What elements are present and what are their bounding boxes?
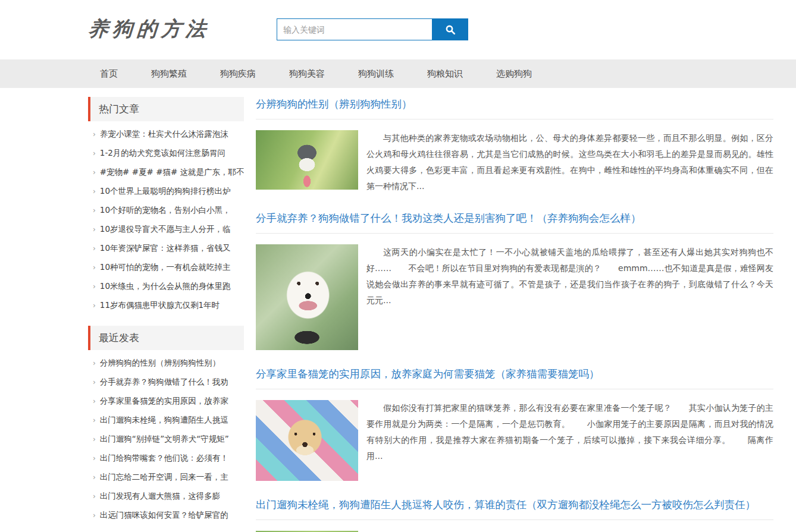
article-excerpt: 这两天的小编实在是太忙了！一不小心就被铺天盖地的瓜给喂撑了，甚至还有人爆出她其实… — [366, 244, 773, 350]
article-entry: 分享家里备猫笼的实用原因，放养家庭为何需要猫笼（家养猫需要猫笼吗） 假如你没有打… — [256, 367, 773, 481]
nav-item[interactable]: 狗狗疾病 — [208, 59, 268, 88]
chevron-right-icon: › — [93, 282, 96, 291]
chevron-right-icon: › — [93, 473, 96, 481]
hot-article-link[interactable]: › 10个好听的宠物名，告别小白小黑， — [88, 201, 244, 220]
recent-post-label: 出门忘给二哈开空调，回来一看，主 — [100, 472, 228, 483]
nav-item[interactable]: 狗狗美容 — [277, 59, 337, 88]
article-title[interactable]: 分辨狗狗的性别（辨别狗狗性别） — [256, 97, 773, 119]
chevron-right-icon: › — [93, 263, 96, 272]
hot-article-link[interactable]: › 10种可怕的宠物，一有机会就吃掉主 — [88, 258, 244, 277]
chevron-right-icon: › — [93, 416, 96, 424]
chevron-right-icon: › — [93, 149, 96, 158]
hot-article-label: #宠物# #夏# #猫# 这就是广东，耶不 — [100, 167, 244, 178]
chevron-right-icon: › — [93, 244, 96, 253]
recent-post-link[interactable]: › 分辨狗狗的性别（辨别狗狗性别） — [88, 354, 244, 373]
article-entry: 出门遛狗未栓绳，狗狗遭陌生人挑逗将人咬伤，算谁的责任（双方遛狗都没栓绳怎么一方被… — [256, 498, 773, 532]
nav-item[interactable]: 狗狗繁殖 — [139, 59, 199, 88]
hot-article-label: 11岁布偶猫患甲状腺亢仅剩1年时 — [100, 300, 220, 311]
hot-article-link[interactable]: › 10米绦虫，为什么会从熊的身体里跑 — [88, 277, 244, 296]
article-entry: 分手就弃养？狗狗做错了什么！我劝这类人还是别害狗了吧！（弃养狗狗会怎么样） 这两… — [256, 211, 773, 350]
article-row: 假如你没有打算把家里的猫咪笼养，那么有没有必要在家里准备一个笼子呢？ 其实小伽认… — [256, 400, 773, 481]
sidebar: 热门文章 › 养宠小课堂：杜宾犬什么沐浴露泡沫 › 1-2月的幼犬究竟该如何注意… — [88, 97, 244, 532]
search-box — [277, 18, 468, 40]
hot-article-label: 10岁退役导盲犬不愿与主人分开，临 — [100, 224, 231, 235]
nav-item[interactable]: 首页 — [88, 59, 130, 88]
recent-posts-list: › 分辨狗狗的性别（辨别狗狗性别） › 分手就弃养？狗狗做错了什么！我劝 › 分… — [88, 350, 244, 525]
recent-posts-title: 最近发表 — [88, 326, 244, 350]
article-title[interactable]: 分享家里备猫笼的实用原因，放养家庭为何需要猫笼（家养猫需要猫笼吗） — [256, 367, 773, 389]
chevron-right-icon: › — [93, 301, 96, 310]
chevron-right-icon: › — [93, 359, 96, 367]
article-title[interactable]: 出门遛狗未栓绳，狗狗遭陌生人挑逗将人咬伤，算谁的责任（双方遛狗都没栓绳怎么一方被… — [256, 498, 773, 520]
hot-article-link[interactable]: › #宠物# #夏# #猫# 这就是广东，耶不 — [88, 163, 244, 182]
article-entry: 分辨狗狗的性别（辨别狗狗性别） 与其他种类的家养宠物或农场动物相比，公、母犬的身… — [256, 97, 773, 194]
chevron-right-icon: › — [93, 168, 96, 177]
chevron-right-icon: › — [93, 206, 96, 215]
recent-post-link[interactable]: › 出门给狗带嘴套？他们说：必须有！ — [88, 449, 244, 468]
article-thumbnail[interactable] — [256, 400, 358, 481]
recent-post-link[interactable]: › 出门遛狗“别掉链”文明养犬“守规矩” — [88, 430, 244, 449]
search-icon — [445, 24, 456, 35]
article-title[interactable]: 分手就弃养？狗狗做错了什么！我劝这类人还是别害狗了吧！（弃养狗狗会怎么样） — [256, 211, 773, 234]
nav-item[interactable]: 狗狗训练 — [346, 59, 406, 88]
content-container: 热门文章 › 养宠小课堂：杜宾犬什么沐浴露泡沫 › 1-2月的幼犬究竟该如何注意… — [88, 88, 773, 532]
recent-post-link[interactable]: › 出门发现有人遛大熊猫，这得多膨 — [88, 487, 244, 506]
article-thumbnail[interactable] — [256, 244, 358, 350]
recent-post-label: 出门遛狗“别掉链”文明养犬“守规矩” — [100, 434, 229, 445]
recent-post-label: 出门发现有人遛大熊猫，这得多膨 — [100, 491, 221, 502]
hot-article-label: 养宠小课堂：杜宾犬什么沐浴露泡沫 — [100, 129, 228, 140]
nav-item[interactable]: 选购狗狗 — [484, 59, 544, 88]
recent-post-label: 出远门猫咪该如何安置？给铲屎官的 — [100, 510, 228, 521]
chevron-right-icon: › — [93, 397, 96, 405]
recent-post-label: 分辨狗狗的性别（辨别狗狗性别） — [100, 358, 221, 369]
recent-post-link[interactable]: › 出远门猫咪该如何安置？给铲屎官的 — [88, 506, 244, 525]
hot-articles-widget: 热门文章 › 养宠小课堂：杜宾犬什么沐浴露泡沫 › 1-2月的幼犬究竟该如何注意… — [88, 97, 244, 315]
recent-post-label: 分手就弃养？狗狗做错了什么！我劝 — [100, 377, 228, 388]
hot-article-link[interactable]: › 10年资深铲屎官：这样养猫，省钱又 — [88, 239, 244, 258]
hot-article-link[interactable]: › 10个世界上最聪明的狗狗排行榜出炉 — [88, 182, 244, 201]
chevron-right-icon: › — [93, 454, 96, 462]
chevron-right-icon: › — [93, 435, 96, 443]
article-excerpt: 与其他种类的家养宠物或农场动物相比，公、母犬的身体差异都要轻一些，而且不那么明显… — [366, 130, 773, 194]
site-header: 养狗的方法 — [0, 0, 796, 59]
recent-post-link[interactable]: › 分享家里备猫笼的实用原因，放养家 — [88, 392, 244, 411]
chevron-right-icon: › — [93, 511, 96, 520]
article-excerpt: 假如你没有打算把家里的猫咪笼养，那么有没有必要在家里准备一个笼子呢？ 其实小伽认… — [366, 400, 773, 481]
recent-posts-widget: 最近发表 › 分辨狗狗的性别（辨别狗狗性别） › 分手就弃养？狗狗做错了什么！我… — [88, 326, 244, 525]
hot-article-label: 10种可怕的宠物，一有机会就吃掉主 — [100, 262, 231, 273]
chevron-right-icon: › — [93, 225, 96, 234]
nav-item[interactable]: 狗粮知识 — [415, 59, 475, 88]
recent-post-label: 出门遛狗未栓绳，狗狗遭陌生人挑逗 — [100, 415, 228, 426]
hot-article-link[interactable]: › 养宠小课堂：杜宾犬什么沐浴露泡沫 — [88, 125, 244, 144]
hot-article-link[interactable]: › 1-2月的幼犬究竟该如何注意肠胃问 — [88, 144, 244, 163]
recent-post-label: 出门给狗带嘴套？他们说：必须有！ — [100, 453, 228, 464]
hot-article-label: 10年资深铲屎官：这样养猫，省钱又 — [100, 243, 231, 254]
recent-post-link[interactable]: › 分手就弃养？狗狗做错了什么！我劝 — [88, 373, 244, 392]
main-nav: 首页 狗狗繁殖 狗狗疾病 狗狗美容 狗狗训练 狗粮知识 选购狗狗 — [0, 59, 796, 88]
recent-post-label: 分享家里备猫笼的实用原因，放养家 — [100, 396, 228, 407]
article-thumbnail[interactable] — [256, 130, 358, 190]
hot-article-label: 1-2月的幼犬究竟该如何注意肠胃问 — [100, 148, 225, 159]
recent-post-link[interactable]: › 出门遛狗未栓绳，狗狗遭陌生人挑逗 — [88, 411, 244, 430]
chevron-right-icon: › — [93, 130, 96, 138]
hot-article-label: 10个世界上最聪明的狗狗排行榜出炉 — [100, 186, 231, 197]
hot-article-link[interactable]: › 10岁退役导盲犬不愿与主人分开，临 — [88, 220, 244, 239]
search-input[interactable] — [277, 18, 433, 40]
hot-article-link[interactable]: › 11岁布偶猫患甲状腺亢仅剩1年时 — [88, 296, 244, 315]
hot-article-label: 10个好听的宠物名，告别小白小黑， — [100, 205, 231, 216]
chevron-right-icon: › — [93, 187, 96, 196]
chevron-right-icon: › — [93, 492, 96, 500]
search-button[interactable] — [433, 18, 468, 40]
recent-post-link[interactable]: › 出门忘给二哈开空调，回来一看，主 — [88, 468, 244, 487]
nav-items: 首页 狗狗繁殖 狗狗疾病 狗狗美容 狗狗训练 狗粮知识 选购狗狗 — [88, 59, 773, 88]
site-logo[interactable]: 养狗的方法 — [87, 15, 211, 43]
article-row: 这两天的小编实在是太忙了！一不小心就被铺天盖地的瓜给喂撑了，甚至还有人爆出她其实… — [256, 244, 773, 350]
article-row: 与其他种类的家养宠物或农场动物相比，公、母犬的身体差异都要轻一些，而且不那么明显… — [256, 130, 773, 194]
chevron-right-icon: › — [93, 378, 96, 386]
hot-articles-title: 热门文章 — [88, 97, 244, 121]
hot-articles-list: › 养宠小课堂：杜宾犬什么沐浴露泡沫 › 1-2月的幼犬究竟该如何注意肠胃问 ›… — [88, 121, 244, 315]
article-list: 分辨狗狗的性别（辨别狗狗性别） 与其他种类的家养宠物或农场动物相比，公、母犬的身… — [256, 97, 773, 532]
hot-article-label: 10米绦虫，为什么会从熊的身体里跑 — [100, 281, 231, 292]
